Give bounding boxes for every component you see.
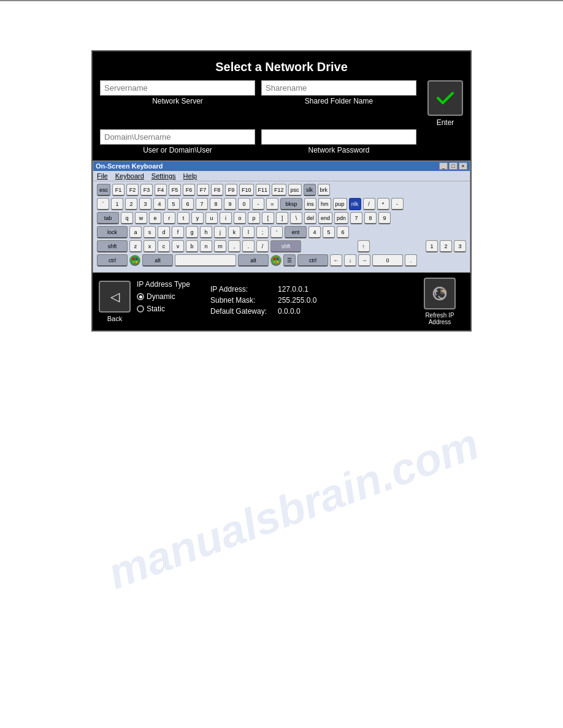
key-rbracket[interactable]: ] (276, 212, 288, 224)
key-num7[interactable]: 7 (350, 212, 362, 224)
key-w[interactable]: w (135, 212, 147, 224)
key-y[interactable]: y (191, 212, 204, 224)
key-0[interactable]: 0 (238, 198, 250, 210)
key-7[interactable]: 7 (196, 198, 208, 210)
key-psc[interactable]: psc (288, 184, 302, 196)
key-t[interactable]: t (177, 212, 190, 224)
servername-input[interactable] (100, 80, 255, 96)
key-z[interactable]: z (129, 240, 142, 252)
key-rshift[interactable]: shft (270, 240, 301, 252)
key-period[interactable]: . (242, 240, 255, 252)
key-num1[interactable]: 1 (426, 240, 438, 252)
key-lshift[interactable]: shft (97, 240, 128, 252)
key-end[interactable]: end (318, 212, 332, 224)
key-s[interactable]: s (144, 226, 156, 238)
key-numminus[interactable]: - (391, 198, 404, 210)
key-c[interactable]: c (158, 240, 170, 252)
key-num9[interactable]: 9 (378, 212, 391, 224)
key-right[interactable]: → (358, 254, 370, 267)
key-lalt[interactable]: alt (142, 254, 173, 267)
key-brk[interactable]: brk (318, 184, 331, 196)
key-win2[interactable] (270, 255, 282, 266)
key-e[interactable]: e (149, 212, 161, 224)
key-win[interactable] (129, 255, 140, 266)
key-num0[interactable]: 0 (372, 254, 403, 267)
key-h[interactable]: h (200, 226, 212, 238)
key-num2[interactable]: 2 (440, 240, 452, 252)
key-pup[interactable]: pup (333, 198, 347, 210)
key-f1[interactable]: F1 (112, 184, 124, 196)
key-u[interactable]: u (205, 212, 218, 224)
key-lctrl[interactable]: ctrl (97, 254, 128, 267)
key-p[interactable]: p (248, 212, 260, 224)
key-a[interactable]: a (129, 226, 142, 238)
osk-maximize-button[interactable]: □ (449, 162, 458, 170)
key-b[interactable]: b (186, 240, 198, 252)
key-backslash[interactable]: \ (290, 212, 302, 224)
key-num5[interactable]: 5 (323, 226, 335, 238)
static-radio[interactable]: Static (137, 305, 198, 313)
key-1[interactable]: 1 (111, 198, 123, 210)
key-n[interactable]: n (200, 240, 212, 252)
key-9[interactable]: 9 (224, 198, 236, 210)
key-slk[interactable]: slk (304, 184, 316, 196)
key-x[interactable]: x (144, 240, 156, 252)
key-f5[interactable]: F5 (169, 184, 181, 196)
back-button[interactable]: ◁ (99, 281, 131, 313)
enter-button[interactable] (427, 80, 463, 116)
key-8[interactable]: 8 (210, 198, 222, 210)
osk-minimize-button[interactable]: _ (439, 162, 448, 170)
key-bksp[interactable]: bksp (280, 198, 302, 210)
osk-menu-help[interactable]: Help (183, 172, 197, 180)
key-m[interactable]: m (214, 240, 226, 252)
key-4[interactable]: 4 (153, 198, 166, 210)
key-down[interactable]: ↓ (344, 254, 356, 267)
key-d[interactable]: d (158, 226, 170, 238)
key-hm[interactable]: hm (318, 198, 331, 210)
key-l[interactable]: l (242, 226, 255, 238)
key-5[interactable]: 5 (167, 198, 180, 210)
key-pdn[interactable]: pdn (334, 212, 348, 224)
key-lock[interactable]: lock (97, 226, 128, 238)
key-f2[interactable]: F2 (126, 184, 139, 196)
key-f7[interactable]: F7 (197, 184, 209, 196)
key-tab[interactable]: tab (97, 212, 119, 224)
key-f3[interactable]: F3 (140, 184, 153, 196)
key-del[interactable]: del (304, 212, 316, 224)
osk-menu-settings[interactable]: Settings (151, 172, 176, 180)
osk-close-button[interactable]: × (459, 162, 467, 170)
domain-user-input[interactable] (100, 129, 255, 145)
key-o[interactable]: o (234, 212, 246, 224)
key-numslash[interactable]: / (363, 198, 375, 210)
key-numstar[interactable]: * (377, 198, 389, 210)
osk-menu-keyboard[interactable]: Keyboard (115, 172, 144, 180)
key-esc[interactable]: esc (97, 184, 110, 196)
key-rctrl[interactable]: ctrl (297, 254, 328, 267)
key-f8[interactable]: F8 (211, 184, 223, 196)
key-2[interactable]: 2 (125, 198, 137, 210)
refresh-button[interactable] (424, 278, 456, 309)
key-f4[interactable]: F4 (155, 184, 167, 196)
key-comma[interactable]: , (228, 240, 240, 252)
key-j[interactable]: j (214, 226, 226, 238)
key-menu[interactable]: ☰ (283, 254, 296, 267)
key-lbracket[interactable]: [ (262, 212, 274, 224)
key-v[interactable]: v (172, 240, 184, 252)
key-slash[interactable]: / (256, 240, 269, 252)
key-minus[interactable]: - (252, 198, 264, 210)
key-i[interactable]: i (220, 212, 232, 224)
key-equals[interactable]: = (266, 198, 278, 210)
key-num8[interactable]: 8 (364, 212, 377, 224)
key-num3[interactable]: 3 (454, 240, 466, 252)
sharename-input[interactable] (261, 80, 416, 96)
key-numdot[interactable]: . (405, 254, 417, 267)
key-ent[interactable]: ent (285, 226, 307, 238)
key-f11[interactable]: F11 (256, 184, 270, 196)
key-space[interactable] (175, 254, 236, 267)
dynamic-radio[interactable]: Dynamic (137, 292, 198, 301)
key-num6[interactable]: 6 (337, 226, 349, 238)
key-ralt[interactable]: alt (238, 254, 269, 267)
osk-menu-file[interactable]: File (97, 172, 108, 180)
key-quote[interactable]: ' (270, 226, 283, 238)
key-k[interactable]: k (228, 226, 240, 238)
